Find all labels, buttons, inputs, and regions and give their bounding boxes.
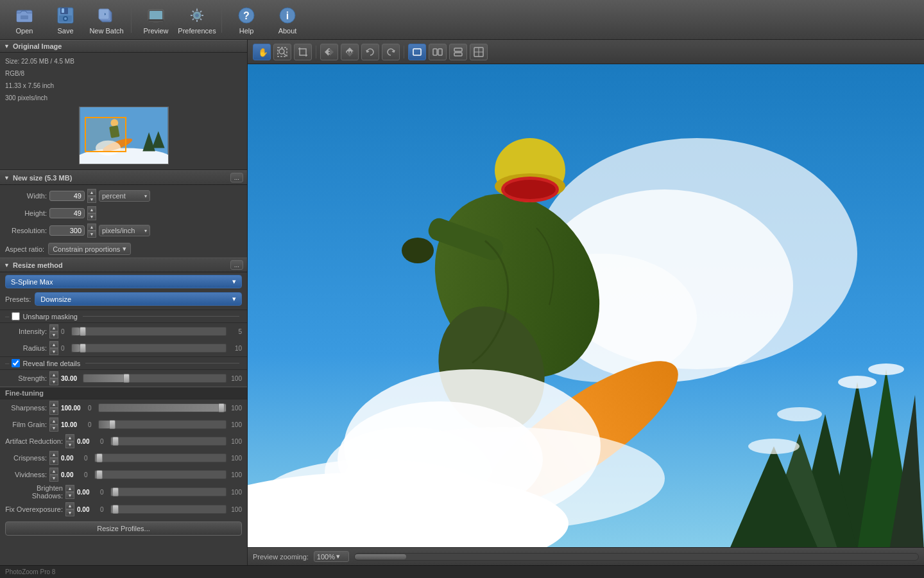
toolbar-preview[interactable]: Preview: [137, 3, 175, 37]
constrain-dropdown[interactable]: Constrain proportions ▾: [48, 243, 131, 255]
width-down[interactable]: ▼: [87, 196, 96, 203]
sharpness-slider[interactable]: [98, 403, 227, 412]
intensity-slider[interactable]: [71, 327, 227, 336]
crispness-slider[interactable]: [94, 453, 227, 462]
brighten-shadows-slider[interactable]: [110, 487, 227, 496]
rotate-cw-btn[interactable]: [382, 44, 400, 60]
crispness-up[interactable]: ▲: [49, 451, 58, 458]
width-up[interactable]: ▲: [87, 189, 96, 196]
artifact-reduction-stepper[interactable]: ▲ ▼: [65, 434, 74, 448]
intensity-stepper[interactable]: ▲ ▼: [49, 324, 58, 338]
radius-stepper[interactable]: ▲ ▼: [49, 341, 58, 355]
fix-overexposure-down[interactable]: ▼: [65, 509, 74, 516]
svg-rect-2: [21, 15, 28, 19]
zoom-scrollbar[interactable]: [354, 553, 919, 561]
sharpness-thumb[interactable]: [218, 403, 225, 412]
sharpness-up[interactable]: ▲: [49, 401, 58, 408]
vividness-up[interactable]: ▲: [49, 468, 58, 475]
resolution-up[interactable]: ▲: [87, 223, 96, 231]
sharpness-down[interactable]: ▼: [49, 408, 58, 415]
intensity-up[interactable]: ▲: [49, 324, 58, 331]
width-input[interactable]: [49, 191, 85, 201]
toolbar-preferences[interactable]: Preferences: [178, 3, 216, 37]
vividness-down[interactable]: ▼: [49, 475, 58, 482]
strength-stepper[interactable]: ▲ ▼: [49, 371, 58, 385]
crispness-down[interactable]: ▼: [49, 458, 58, 465]
single-view-btn[interactable]: [408, 44, 426, 60]
unit-dropdown[interactable]: percent ▾: [99, 190, 150, 202]
film-grain-up[interactable]: ▲: [49, 417, 58, 425]
height-input[interactable]: [49, 208, 85, 218]
resize-method-more-btn[interactable]: ...: [230, 260, 243, 270]
zoom-thumb[interactable]: [355, 554, 406, 559]
crop-tool-btn[interactable]: [294, 44, 312, 60]
resolution-input[interactable]: [49, 225, 85, 236]
toolbar-help[interactable]: ? Help: [227, 3, 266, 37]
toolbar-open[interactable]: Open: [5, 3, 44, 37]
artifact-reduction-up[interactable]: ▲: [65, 434, 74, 441]
thumbnail[interactable]: [79, 107, 169, 164]
new-size-header[interactable]: ▼ New size (5.3 MB) ...: [0, 170, 247, 185]
preview-area[interactable]: [248, 64, 924, 547]
intensity-thumb[interactable]: [80, 327, 86, 336]
fix-overexposure-stepper[interactable]: ▲ ▼: [65, 502, 74, 516]
intensity-down[interactable]: ▼: [49, 331, 58, 338]
radius-thumb[interactable]: [80, 344, 86, 353]
unsharp-masking-checkbox[interactable]: [12, 312, 20, 320]
film-grain-thumb[interactable]: [109, 420, 116, 429]
vividness-thumb[interactable]: [96, 470, 103, 479]
fix-overexposure-slider[interactable]: [110, 505, 227, 514]
film-grain-stepper[interactable]: ▲ ▼: [49, 417, 58, 432]
sharpness-stepper[interactable]: ▲ ▼: [49, 401, 58, 415]
zoom-dropdown[interactable]: 100% ▾: [314, 551, 349, 562]
new-size-more-btn[interactable]: ...: [230, 173, 243, 182]
split-v-view-btn[interactable]: [429, 44, 447, 60]
brighten-shadows-stepper[interactable]: ▲ ▼: [65, 485, 74, 499]
resize-method-header[interactable]: ▼ Resize method ...: [0, 258, 247, 272]
height-up[interactable]: ▲: [87, 206, 96, 213]
strength-slider[interactable]: [83, 374, 227, 383]
film-grain-slider[interactable]: [98, 420, 227, 429]
zoom-select-btn[interactable]: [273, 44, 291, 60]
crispness-thumb[interactable]: [96, 453, 103, 462]
radius-down[interactable]: ▼: [49, 348, 58, 355]
split-h-view-btn[interactable]: [449, 44, 467, 60]
film-grain-down[interactable]: ▼: [49, 425, 58, 432]
brighten-shadows-thumb[interactable]: [112, 487, 119, 496]
resize-profiles-btn[interactable]: Resize Profiles...: [5, 521, 242, 536]
resolution-unit-dropdown[interactable]: pixels/inch ▾: [99, 225, 150, 236]
constrain-label: Constrain proportions: [53, 245, 120, 253]
presets-dropdown[interactable]: Downsize ▾: [35, 292, 242, 306]
reveal-fine-details-checkbox[interactable]: [12, 359, 20, 367]
toolbar-new-batch[interactable]: New Batch: [87, 3, 126, 37]
fix-overexposure-thumb[interactable]: [112, 505, 119, 514]
height-stepper[interactable]: ▲ ▼: [87, 206, 96, 220]
strength-down[interactable]: ▼: [49, 378, 58, 385]
resolution-stepper[interactable]: ▲ ▼: [87, 223, 96, 238]
brighten-shadows-down[interactable]: ▼: [65, 492, 74, 499]
resolution-down[interactable]: ▼: [87, 231, 96, 238]
strength-thumb[interactable]: [123, 374, 130, 383]
fix-overexposure-up[interactable]: ▲: [65, 502, 74, 509]
original-image-header[interactable]: ▼ Original Image: [0, 40, 247, 53]
quad-view-btn[interactable]: [470, 44, 488, 60]
width-stepper[interactable]: ▲ ▼: [87, 189, 96, 203]
radius-up[interactable]: ▲: [49, 341, 58, 348]
brighten-shadows-up[interactable]: ▲: [65, 485, 74, 492]
method-dropdown[interactable]: S-Spline Max ▾: [5, 275, 242, 288]
strength-up[interactable]: ▲: [49, 371, 58, 378]
toolbar-save[interactable]: Save: [46, 3, 85, 37]
artifact-reduction-thumb[interactable]: [112, 437, 119, 446]
artifact-reduction-down[interactable]: ▼: [65, 441, 74, 448]
toolbar-about[interactable]: i About: [268, 3, 307, 37]
height-down[interactable]: ▼: [87, 213, 96, 220]
flip-v-btn[interactable]: [341, 44, 359, 60]
hand-tool-btn[interactable]: ✋: [253, 44, 271, 60]
vividness-slider[interactable]: [94, 470, 227, 479]
rotate-ccw-btn[interactable]: [361, 44, 379, 60]
vividness-stepper[interactable]: ▲ ▼: [49, 468, 58, 482]
crispness-stepper[interactable]: ▲ ▼: [49, 451, 58, 465]
radius-slider[interactable]: [71, 344, 227, 353]
flip-h-btn[interactable]: [320, 44, 338, 60]
artifact-reduction-slider[interactable]: [110, 437, 227, 446]
